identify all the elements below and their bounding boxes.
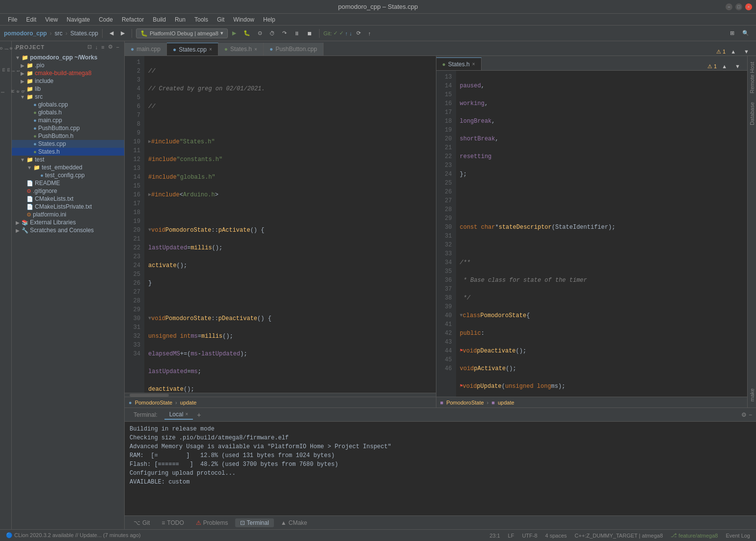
menu-help[interactable]: Help: [259, 15, 279, 24]
debug-config-selector[interactable]: 🐛 PlatformIO Debug | atmega8 ▾: [136, 28, 228, 38]
code-editor-left[interactable]: 12345 678910 1112131415 1617181920 21222…: [125, 56, 436, 393]
status-clion[interactable]: 🔵 CLion 2020.3.2 available // Update... …: [4, 531, 143, 540]
sidebar-menu-btn[interactable]: ≡: [100, 43, 105, 51]
tree-cmakelists-private[interactable]: 📄 CMakeListsPrivate.txt: [12, 203, 124, 211]
tree-pushbutton-cpp[interactable]: ● PushButton.cpp: [12, 124, 124, 132]
terminal-minimize-button[interactable]: −: [749, 411, 752, 418]
terminal-add-button[interactable]: +: [195, 411, 203, 419]
tree-gitignore[interactable]: ⚙ .gitignore: [12, 187, 124, 195]
terminal-tab-terminal[interactable]: Terminal:: [129, 410, 162, 419]
tree-states-h[interactable]: ● States.h: [12, 148, 124, 156]
tree-test-config-cpp[interactable]: ● test_config.cpp: [12, 171, 124, 179]
status-language[interactable]: C++:Z_DUMMY_TARGET | atmega8: [573, 532, 665, 540]
status-branch[interactable]: ⎇ feature/atmega8: [669, 531, 720, 540]
tab-states-h[interactable]: ● States.h ×: [218, 43, 264, 55]
breadcrumb-src[interactable]: src: [54, 30, 62, 37]
nav-forward-button[interactable]: ▶: [118, 29, 128, 37]
menu-tools[interactable]: Tools: [190, 15, 212, 24]
tab-states-cpp[interactable]: ● States.cpp ×: [167, 43, 218, 55]
tree-external-libs[interactable]: ▶ 📚 External Libraries: [12, 218, 124, 226]
terminal-tab-local[interactable]: Local ×: [164, 410, 193, 420]
close-button[interactable]: ×: [745, 3, 752, 10]
split-view-button[interactable]: ⊞: [727, 29, 737, 37]
status-lf[interactable]: LF: [506, 532, 516, 540]
tab-close-states-cpp[interactable]: ×: [209, 47, 212, 52]
tree-globals-h[interactable]: ● globals.h: [12, 108, 124, 116]
tree-readme[interactable]: 📄 README: [12, 179, 124, 187]
menu-code[interactable]: Code: [95, 15, 117, 24]
tree-lib[interactable]: 📁 lib: [12, 85, 124, 93]
maximize-button[interactable]: □: [735, 3, 742, 10]
remote-host-label[interactable]: Remote Host: [748, 58, 756, 97]
menu-edit[interactable]: Edit: [22, 15, 40, 24]
database-label[interactable]: Database: [748, 98, 756, 129]
activity-project[interactable]: Project: [1, 43, 11, 53]
scroll-up-right-button[interactable]: ▲: [719, 62, 730, 70]
search-button[interactable]: 🔍: [739, 29, 752, 37]
run-button[interactable]: ▶: [229, 29, 239, 37]
tab-main-cpp[interactable]: ● main.cpp: [125, 43, 167, 55]
tree-pushbutton-h[interactable]: ● PushButton.h: [12, 132, 124, 140]
tree-cmake-build[interactable]: ▶ 📁 cmake-build-atmega8: [12, 69, 124, 77]
bottom-tab-todo[interactable]: ≡ TODO: [157, 518, 189, 527]
debug-run-button[interactable]: 🐛: [241, 29, 253, 37]
menu-build[interactable]: Build: [149, 15, 170, 24]
breadcrumb-file[interactable]: States.cpp: [70, 30, 98, 37]
terminal-local-close[interactable]: ×: [185, 411, 188, 417]
coverage-button[interactable]: ⊙: [255, 29, 265, 37]
tree-test-embedded[interactable]: ▼ 📁 test_embedded: [12, 163, 124, 171]
status-position[interactable]: 23:1: [487, 532, 502, 540]
activity-pull[interactable]: Pull Req: [1, 86, 11, 96]
menu-git[interactable]: Git: [213, 15, 228, 24]
bottom-tab-terminal[interactable]: ⊡ Terminal: [235, 518, 274, 527]
scroll-down-right-button[interactable]: ▼: [732, 62, 743, 70]
tree-states-cpp[interactable]: ● States.cpp: [12, 140, 124, 148]
tab-close-states-h[interactable]: ×: [254, 47, 257, 52]
scroll-down-button[interactable]: ▼: [741, 48, 752, 55]
status-indent[interactable]: 4 spaces: [543, 532, 569, 540]
make-label[interactable]: make: [748, 384, 756, 406]
tab-close-states-h-right[interactable]: ×: [472, 61, 475, 67]
nav-back-button[interactable]: ◀: [107, 29, 116, 37]
scrollbar-horizontal-left[interactable]: [125, 393, 436, 397]
tree-src[interactable]: ▼ 📁 src: [12, 93, 124, 101]
terminal-settings-button[interactable]: ⚙: [741, 411, 747, 418]
tree-platformio-ini[interactable]: ⚙ platformio.ini: [12, 211, 124, 218]
code-editor-right[interactable]: 1314151617 1819202122 2324252627 2829303…: [436, 71, 748, 397]
tab-pushbutton-cpp[interactable]: ● PushButton.cpp: [264, 43, 324, 55]
tree-scratches[interactable]: ▶ 🔧 Scratches and Consoles: [12, 226, 124, 234]
bottom-tab-problems[interactable]: ⚠ Problems: [191, 518, 233, 527]
tree-cmakelists[interactable]: 📄 CMakeLists.txt: [12, 195, 124, 203]
stop-button[interactable]: ⏹: [304, 29, 315, 37]
scroll-up-button[interactable]: ▲: [728, 48, 739, 55]
sidebar-collapse-btn[interactable]: ⊡: [86, 43, 93, 51]
tree-globals-cpp[interactable]: ● globals.cpp: [12, 101, 124, 108]
status-charset[interactable]: UTF-8: [520, 532, 539, 540]
menu-navigate[interactable]: Navigate: [63, 15, 94, 24]
terminal-content[interactable]: Building in release mode Checking size .…: [125, 422, 756, 515]
menu-file[interactable]: File: [4, 15, 21, 24]
tree-pio[interactable]: ▶ 📁 .pio: [12, 61, 124, 69]
project-label[interactable]: pomodoro_cpp: [4, 30, 47, 37]
bottom-tab-cmake[interactable]: ▲ CMake: [276, 518, 312, 527]
sidebar-close-btn[interactable]: −: [115, 43, 120, 51]
git-update-button[interactable]: ⟳: [353, 29, 364, 37]
profile-button[interactable]: ⏱: [267, 29, 278, 37]
tree-include[interactable]: ▶ 📁 include: [12, 77, 124, 85]
step-over-button[interactable]: ↷: [279, 29, 290, 37]
git-push-button[interactable]: ↑: [365, 29, 374, 37]
status-event-log[interactable]: Event Log: [724, 532, 752, 540]
tree-main-cpp[interactable]: ● main.cpp: [12, 116, 124, 124]
menu-window[interactable]: Window: [229, 15, 258, 24]
tab-states-h-right[interactable]: ● States.h ×: [436, 57, 482, 70]
sidebar-sort-btn[interactable]: ↓: [94, 43, 99, 51]
pause-button[interactable]: ⏸: [291, 29, 302, 37]
sidebar-settings-btn[interactable]: ⚙: [107, 43, 114, 51]
tree-test[interactable]: ▼ 📁 test: [12, 156, 124, 163]
activity-commit[interactable]: Commit: [1, 65, 11, 75]
bottom-tab-git[interactable]: ⌥ Git: [129, 518, 155, 527]
menu-view[interactable]: View: [41, 15, 62, 24]
tree-root[interactable]: ▼ 📁 pomodoro_cpp ~/Works: [12, 54, 124, 61]
minimize-button[interactable]: −: [726, 3, 732, 10]
menu-refactor[interactable]: Refactor: [118, 15, 148, 24]
